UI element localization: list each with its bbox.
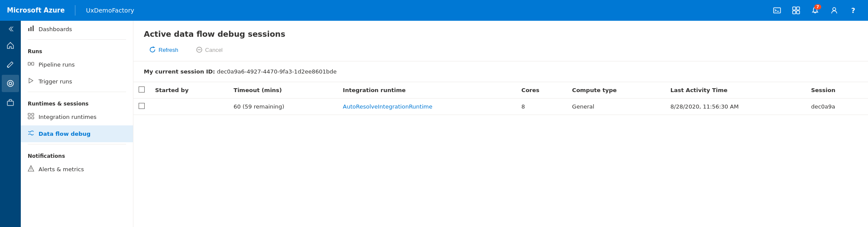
main-header: Active data flow debug sessions Refresh … bbox=[133, 21, 868, 61]
dashboards-label: Dashboards bbox=[39, 26, 72, 32]
help-button[interactable]: ? bbox=[845, 3, 861, 18]
col-checkbox bbox=[133, 82, 150, 99]
user-icon bbox=[830, 6, 838, 14]
cloud-shell-icon bbox=[773, 6, 781, 14]
table-row: 60 (59 remaining) AutoResolveIntegration… bbox=[133, 99, 868, 115]
sidebar-edit-button[interactable] bbox=[2, 56, 19, 73]
session-id-value: dec0a9a6-4927-4470-9fa3-1d2ee8601bde bbox=[217, 68, 337, 75]
svg-rect-10 bbox=[28, 28, 29, 31]
svg-rect-11 bbox=[30, 27, 32, 31]
data-flow-debug-label: Data flow debug bbox=[39, 131, 91, 137]
user-button[interactable] bbox=[826, 3, 842, 18]
row-checkbox-cell bbox=[133, 99, 150, 115]
sidebar-item-alerts-metrics[interactable]: Alerts & metrics bbox=[21, 161, 133, 178]
page-title: Active data flow debug sessions bbox=[144, 29, 858, 38]
sidebar-item-dashboards[interactable]: Dashboards bbox=[21, 21, 133, 38]
svg-rect-17 bbox=[28, 113, 30, 115]
col-compute-type: Compute type bbox=[567, 82, 665, 99]
briefcase-icon bbox=[6, 98, 15, 107]
sidebar-manage-button[interactable] bbox=[2, 94, 19, 111]
svg-point-7 bbox=[7, 80, 13, 86]
section-label-runs: Runs bbox=[21, 42, 133, 56]
sidebar-home-button[interactable] bbox=[2, 37, 19, 54]
main-content: Active data flow debug sessions Refresh … bbox=[133, 21, 868, 227]
cancel-label: Cancel bbox=[205, 47, 223, 53]
chevron-left-icon bbox=[7, 26, 13, 32]
pipeline-runs-icon bbox=[28, 61, 34, 69]
top-navbar: Microsoft Azure UxDemoFactory bbox=[0, 0, 868, 21]
svg-rect-4 bbox=[793, 11, 796, 14]
row-checkbox[interactable] bbox=[139, 103, 145, 109]
cloud-shell-button[interactable] bbox=[769, 3, 785, 18]
notifications-button[interactable]: 7 bbox=[807, 3, 823, 18]
layout-icon bbox=[792, 6, 800, 14]
svg-rect-12 bbox=[32, 26, 34, 31]
debug-sessions-table: Started by Timeout (mins) Integration ru… bbox=[133, 82, 868, 115]
col-cores: Cores bbox=[516, 82, 567, 99]
divider-runtimes bbox=[28, 92, 126, 92]
integration-runtimes-icon bbox=[28, 113, 34, 121]
help-icon: ? bbox=[851, 6, 855, 15]
header-checkbox[interactable] bbox=[139, 86, 145, 93]
layout-button[interactable] bbox=[788, 3, 804, 18]
svg-rect-5 bbox=[797, 11, 800, 14]
cell-compute-type: General bbox=[567, 99, 665, 115]
table-header-row: Started by Timeout (mins) Integration ru… bbox=[133, 82, 868, 99]
svg-point-8 bbox=[9, 82, 12, 85]
svg-rect-13 bbox=[28, 62, 30, 65]
svg-point-6 bbox=[833, 8, 836, 11]
divider-notifications bbox=[28, 144, 126, 144]
col-last-activity: Last Activity Time bbox=[665, 82, 806, 99]
sidebar-item-pipeline-runs[interactable]: Pipeline runs bbox=[21, 56, 133, 73]
col-integration-runtime: Integration runtime bbox=[338, 82, 516, 99]
sidebar-item-data-flow-debug[interactable]: Data flow debug bbox=[21, 125, 133, 142]
monitor-icon bbox=[6, 79, 15, 88]
session-id-label: My current session ID: bbox=[144, 68, 215, 75]
session-info: My current session ID: dec0a9a6-4927-447… bbox=[133, 61, 868, 82]
trigger-runs-label: Trigger runs bbox=[39, 78, 72, 85]
cell-last-activity: 8/28/2020, 11:56:30 AM bbox=[665, 99, 806, 115]
section-label-runtimes: Runtimes & sessions bbox=[21, 94, 133, 109]
cancel-icon bbox=[196, 46, 203, 53]
pipeline-runs-label: Pipeline runs bbox=[39, 61, 75, 68]
sidebar-item-integration-runtimes[interactable]: Integration runtimes bbox=[21, 109, 133, 125]
refresh-label: Refresh bbox=[159, 47, 178, 53]
cell-integration-runtime[interactable]: AutoResolveIntegrationRuntime bbox=[338, 99, 516, 115]
trigger-runs-icon bbox=[28, 77, 34, 86]
col-session: Session bbox=[806, 82, 868, 99]
table-container: Started by Timeout (mins) Integration ru… bbox=[133, 82, 868, 227]
integration-runtimes-label: Integration runtimes bbox=[39, 114, 97, 120]
section-label-notifications: Notifications bbox=[21, 146, 133, 161]
svg-rect-18 bbox=[32, 113, 34, 115]
nav-panel: Dashboards Runs Pipeline runs Trigger ru… bbox=[21, 21, 133, 227]
refresh-icon bbox=[149, 46, 156, 53]
home-icon bbox=[6, 41, 15, 50]
dashboards-icon bbox=[28, 25, 34, 33]
pencil-icon bbox=[6, 60, 15, 69]
sidebar-item-trigger-runs[interactable]: Trigger runs bbox=[21, 73, 133, 90]
alerts-metrics-icon bbox=[28, 165, 34, 173]
brand-area: Microsoft Azure UxDemoFactory bbox=[7, 5, 134, 16]
col-timeout: Timeout (mins) bbox=[228, 82, 337, 99]
data-flow-debug-icon bbox=[28, 130, 34, 138]
topnav-icons: 7 ? bbox=[769, 3, 861, 18]
cell-started-by bbox=[150, 99, 228, 115]
divider-runs bbox=[28, 39, 126, 40]
refresh-button[interactable]: Refresh bbox=[144, 44, 184, 56]
svg-rect-9 bbox=[7, 101, 13, 106]
sidebar-monitor-button[interactable] bbox=[2, 75, 19, 92]
svg-marker-16 bbox=[29, 78, 33, 83]
app-body: Dashboards Runs Pipeline runs Trigger ru… bbox=[0, 21, 868, 227]
app-title: Microsoft Azure bbox=[7, 6, 65, 14]
svg-point-23 bbox=[31, 170, 31, 170]
collapse-button[interactable] bbox=[6, 24, 15, 35]
svg-rect-14 bbox=[32, 62, 34, 65]
col-started-by: Started by bbox=[150, 82, 228, 99]
svg-rect-20 bbox=[32, 117, 34, 119]
notification-badge: 7 bbox=[814, 4, 821, 10]
svg-rect-0 bbox=[774, 8, 781, 13]
cancel-button[interactable]: Cancel bbox=[191, 44, 228, 56]
nav-divider bbox=[75, 5, 75, 16]
cell-session: dec0a9a bbox=[806, 99, 868, 115]
cell-cores: 8 bbox=[516, 99, 567, 115]
